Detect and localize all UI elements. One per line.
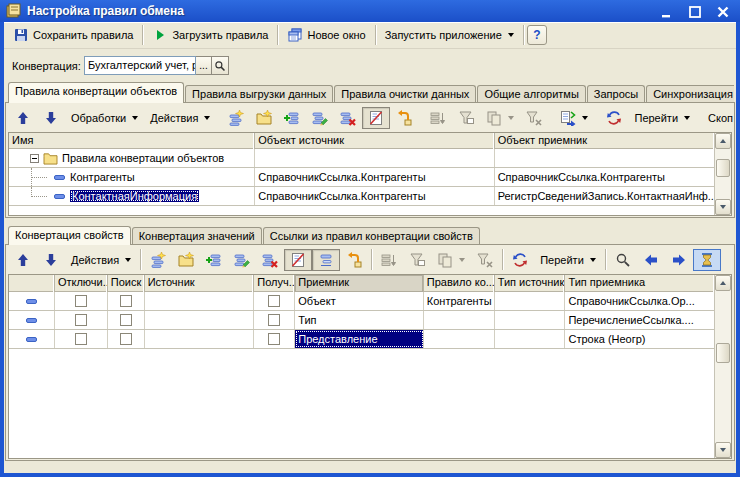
move-down-button[interactable] — [37, 249, 65, 271]
disable-checkbox[interactable] — [75, 314, 87, 326]
minimize-button[interactable] — [660, 4, 674, 18]
table-row-selected[interactable]: КонтактнаяИнформация СправочникСсылка.Ко… — [9, 187, 714, 206]
table-row-group[interactable]: Правила конвертации объектов — [9, 149, 714, 168]
disable-checkbox[interactable] — [75, 333, 87, 345]
dropdown-arrow-icon — [684, 116, 690, 120]
previous-button[interactable] — [637, 249, 665, 271]
wait-toggle-button[interactable] — [693, 249, 721, 271]
tab-property-conversion[interactable]: Конвертация свойств — [8, 226, 131, 245]
table-row-selected[interactable]: Представление Строка (Неогр) — [9, 330, 714, 349]
scroll-thumb[interactable] — [716, 343, 730, 363]
tab-object-conversion-rules[interactable]: Правила конвертации объектов — [8, 82, 184, 103]
save-rules-button[interactable]: Сохранить правила — [7, 24, 139, 46]
tab-value-conversion[interactable]: Конвертация значений — [132, 227, 262, 245]
scroll-track[interactable] — [715, 291, 731, 442]
tab-synchronization[interactable]: Синхронизация — [646, 85, 734, 103]
toggle-disable-rule-button[interactable] — [362, 107, 390, 129]
disable-checkbox[interactable] — [75, 295, 87, 307]
get-checkbox[interactable] — [268, 314, 280, 326]
edit-button[interactable] — [228, 249, 256, 271]
close-button[interactable] — [716, 4, 730, 18]
go-menu-button[interactable]: Перейти — [534, 249, 602, 271]
copy-button[interactable] — [431, 249, 471, 271]
edit-button[interactable] — [306, 107, 334, 129]
delete-button[interactable] — [334, 107, 362, 129]
search-checkbox[interactable] — [120, 295, 132, 307]
maximize-button[interactable] — [688, 4, 702, 18]
copy-button[interactable] — [480, 107, 520, 129]
new-window-button[interactable]: Новое окно — [281, 24, 371, 46]
output-list-button[interactable] — [554, 107, 594, 129]
move-up-button[interactable] — [9, 107, 37, 129]
table-row[interactable]: Тип ПеречислениеСсылка.... — [9, 311, 714, 330]
add-child-button[interactable] — [200, 249, 228, 271]
change-level-button[interactable] — [390, 107, 418, 129]
col-target-object[interactable]: Объект приемник — [495, 133, 714, 149]
group-view-toggle-button[interactable] — [312, 249, 340, 271]
move-down-button[interactable] — [37, 107, 65, 129]
scroll-up-button[interactable] — [715, 275, 731, 291]
col-source-object[interactable]: Объект источник — [255, 133, 494, 149]
clear-filter-button[interactable] — [471, 249, 499, 271]
add-button[interactable] — [222, 107, 250, 129]
filter-settings-button[interactable] — [452, 107, 480, 129]
move-up-button[interactable] — [9, 249, 37, 271]
scroll-thumb[interactable] — [716, 159, 730, 177]
col-receiver-type[interactable]: Тип приемника — [565, 275, 714, 292]
title-bar[interactable]: Настройка правил обмена — [0, 0, 740, 22]
clear-filter-button[interactable] — [520, 107, 548, 129]
copy-rule-button[interactable]: Скопировать правило — [702, 107, 733, 129]
processings-menu-button[interactable]: Обработки — [65, 107, 144, 129]
col-get[interactable]: Получ... — [254, 275, 295, 292]
scroll-down-button[interactable] — [715, 442, 731, 458]
col-source-type[interactable]: Тип источника — [495, 275, 566, 292]
conversion-more-button[interactable]: ... — [196, 56, 212, 75]
scroll-track[interactable] — [715, 149, 731, 199]
col-marker[interactable] — [9, 275, 55, 292]
toggle-disable-rule-button[interactable] — [284, 249, 312, 271]
tab-links-from-property-rules[interactable]: Ссылки из правил конвертации свойств — [263, 227, 480, 245]
get-checkbox[interactable] — [268, 295, 280, 307]
refresh-button[interactable] — [600, 107, 628, 129]
filter-settings-button[interactable] — [403, 249, 431, 271]
sort-button[interactable] — [424, 107, 452, 129]
col-search[interactable]: Поиск — [108, 275, 145, 292]
collapse-icon[interactable] — [30, 154, 39, 163]
rules-vertical-scrollbar[interactable] — [714, 133, 731, 215]
go-menu-button[interactable]: Перейти — [628, 107, 696, 129]
col-rule[interactable]: Правило ко... — [424, 275, 495, 292]
col-name[interactable]: Имя — [9, 133, 255, 149]
props-vertical-scrollbar[interactable] — [714, 275, 731, 458]
add-group-button[interactable] — [250, 107, 278, 129]
scroll-up-button[interactable] — [715, 133, 731, 149]
table-row[interactable]: Объект Контрагенты СправочникСсылка.Ор..… — [9, 292, 714, 311]
actions-menu-button[interactable]: Действия — [144, 107, 216, 129]
refresh-button[interactable] — [506, 249, 534, 271]
conversion-input[interactable]: Бухгалтерский учет, редак — [84, 56, 196, 75]
scroll-down-button[interactable] — [715, 199, 731, 215]
sort-button[interactable] — [375, 249, 403, 271]
load-rules-button[interactable]: Загрузить правила — [146, 24, 274, 46]
conversion-search-button[interactable] — [212, 56, 229, 75]
col-receiver[interactable]: Приемник — [295, 275, 424, 292]
get-checkbox[interactable] — [268, 333, 280, 345]
next-button[interactable] — [665, 249, 693, 271]
add-button[interactable] — [144, 249, 172, 271]
help-button[interactable]: ? — [527, 25, 547, 45]
search-checkbox[interactable] — [120, 314, 132, 326]
add-group-button[interactable] — [172, 249, 200, 271]
tab-queries[interactable]: Запросы — [587, 85, 645, 103]
tab-common-algorithms[interactable]: Общие алгоритмы — [477, 85, 585, 103]
run-application-menu-button[interactable]: Запустить приложение — [379, 24, 520, 46]
tab-data-export-rules[interactable]: Правила выгрузки данных — [185, 85, 333, 103]
delete-button[interactable] — [256, 249, 284, 271]
table-row[interactable]: Контрагенты СправочникСсылка.Контрагенты… — [9, 168, 714, 187]
tab-data-clearing-rules[interactable]: Правила очистки данных — [334, 85, 476, 103]
col-source[interactable]: Источник — [145, 275, 255, 292]
add-child-button[interactable] — [278, 107, 306, 129]
actions-menu-button[interactable]: Действия — [65, 249, 137, 271]
change-level-button[interactable] — [340, 249, 368, 271]
search-checkbox[interactable] — [120, 333, 132, 345]
col-disable[interactable]: Отключи... — [55, 275, 108, 292]
search-button[interactable] — [609, 249, 637, 271]
